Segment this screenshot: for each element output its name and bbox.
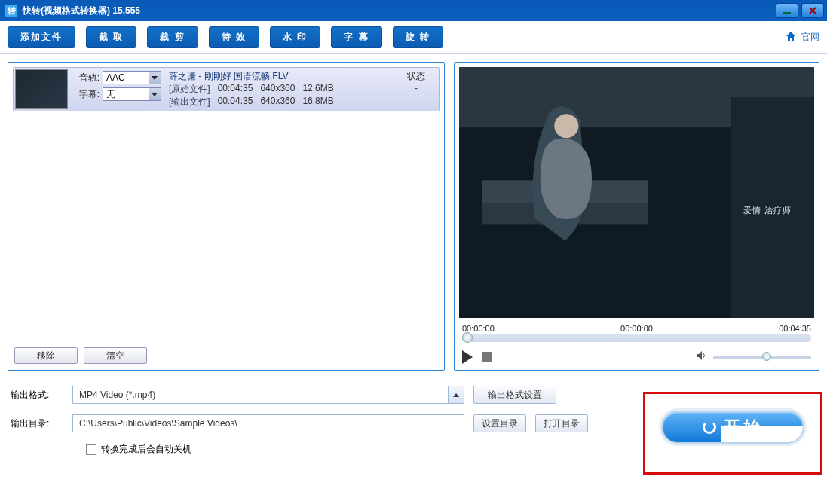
svg-point-6 — [554, 114, 578, 138]
app-icon: 转 — [5, 4, 18, 17]
time-current: 00:00:00 — [620, 324, 653, 333]
file-list-panel: 音轨: AAC 字幕: 无 薛之谦 - 刚刚好 国语流畅.FLV [原始文件]0… — [8, 62, 445, 371]
stop-button[interactable] — [482, 352, 492, 362]
chevron-down-icon — [149, 72, 161, 84]
capture-button[interactable]: 截 取 — [86, 26, 136, 48]
volume-icon[interactable] — [695, 350, 707, 364]
audio-track-select[interactable]: AAC — [103, 71, 161, 84]
video-preview: 爱情 治疗师 — [459, 67, 814, 318]
add-file-button[interactable]: 添加文件 — [8, 26, 75, 48]
rotate-button[interactable]: 旋 转 — [393, 26, 443, 48]
time-indicators: 00:00:00 00:00:00 00:04:35 — [455, 322, 819, 333]
minimize-button[interactable] — [776, 3, 798, 18]
remove-button[interactable]: 移除 — [14, 347, 78, 364]
file-status: 状态 - — [394, 68, 439, 111]
start-button[interactable]: 开始 — [661, 411, 804, 444]
output-format-dropdown[interactable] — [448, 386, 464, 404]
volume-slider[interactable] — [713, 356, 811, 359]
format-label: 输出格式: — [11, 389, 63, 402]
volume-knob[interactable] — [762, 352, 771, 361]
shutdown-checkbox[interactable] — [86, 444, 96, 455]
audio-track-label: 音轨: — [72, 72, 100, 84]
time-end: 00:04:35 — [779, 324, 811, 333]
start-highlight-box: 开始 — [643, 392, 822, 475]
preview-panel: 爱情 治疗师 00:00:00 00:00:00 00:04:35 — [454, 62, 819, 371]
official-site-link[interactable]: 官网 — [785, 30, 819, 44]
subtitle-track-label: 字幕: — [72, 88, 100, 101]
main-toolbar: 添加文件 截 取 裁 剪 特 效 水 印 字 幕 旋 转 官网 — [0, 21, 827, 54]
set-dir-button[interactable]: 设置目录 — [473, 414, 526, 432]
output-format-field[interactable]: MP4 Video (*.mp4) — [72, 386, 448, 404]
home-icon — [785, 30, 797, 44]
watermark-button[interactable]: 水 印 — [270, 26, 320, 48]
close-button[interactable] — [801, 3, 824, 18]
file-row[interactable]: 音轨: AAC 字幕: 无 薛之谦 - 刚刚好 国语流畅.FLV [原始文件]0… — [13, 67, 440, 111]
shutdown-label: 转换完成后会自动关机 — [101, 443, 191, 456]
dir-label: 输出目录: — [11, 417, 63, 430]
play-button[interactable] — [462, 350, 473, 364]
title-bar: 转 快转(视频格式转换器) 15.555 — [0, 0, 827, 21]
subtitle-track-select[interactable]: 无 — [103, 87, 161, 101]
video-overlay-text: 爱情 治疗师 — [743, 205, 792, 216]
seek-knob[interactable] — [462, 332, 473, 343]
output-dir-field[interactable]: C:\Users\Public\Videos\Sample Videos\ — [72, 414, 464, 432]
crop-button[interactable]: 裁 剪 — [147, 26, 198, 48]
seek-slider[interactable] — [462, 334, 811, 342]
format-settings-button[interactable]: 输出格式设置 — [473, 386, 556, 404]
refresh-icon — [703, 420, 716, 434]
svg-rect-0 — [783, 12, 791, 14]
file-meta: 薛之谦 - 刚刚好 国语流畅.FLV [原始文件]00:04:35640x360… — [164, 68, 394, 111]
subtitle-button[interactable]: 字 幕 — [331, 26, 381, 48]
open-dir-button[interactable]: 打开目录 — [535, 414, 588, 432]
chevron-down-icon — [149, 88, 161, 100]
window-title: 快转(视频格式转换器) 15.555 — [23, 5, 140, 17]
file-name: 薛之谦 - 刚刚好 国语流畅.FLV — [169, 70, 389, 83]
official-site-label: 官网 — [801, 31, 819, 44]
file-thumbnail — [15, 69, 68, 109]
clear-button[interactable]: 清空 — [84, 347, 147, 364]
effects-button[interactable]: 特 效 — [209, 26, 259, 48]
